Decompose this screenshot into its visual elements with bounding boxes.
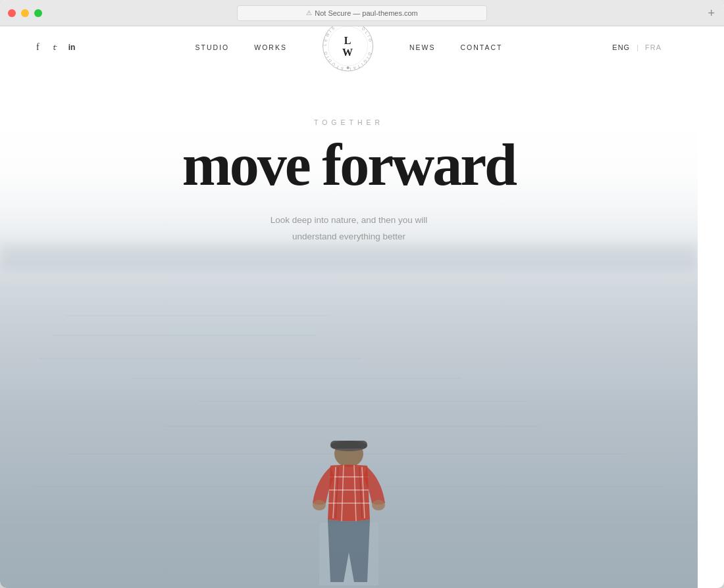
svg-point-21 bbox=[313, 500, 326, 510]
window-buttons bbox=[8, 9, 42, 17]
site-header: f 𝓽 in STUDIO WORKS bbox=[0, 26, 698, 68]
nav-left-items: STUDIO WORKS bbox=[195, 43, 287, 51]
lang-fra[interactable]: FRA bbox=[645, 43, 661, 51]
url-bar[interactable]: ⚠ Not Secure — paul-themes.com bbox=[237, 5, 487, 21]
svg-text:L: L bbox=[344, 35, 352, 46]
logo-svg: LEWIS PORTFOLIO · DIGITAL STUDIO · L W bbox=[321, 26, 375, 73]
minimize-button[interactable] bbox=[21, 9, 29, 17]
person-figure bbox=[283, 401, 415, 588]
close-button[interactable] bbox=[8, 9, 16, 17]
svg-rect-11 bbox=[330, 441, 367, 449]
linkedin-link[interactable]: in bbox=[68, 43, 76, 52]
facebook-icon: f bbox=[36, 42, 39, 52]
facebook-link[interactable]: f bbox=[36, 42, 39, 53]
svg-point-22 bbox=[372, 500, 385, 510]
lang-eng[interactable]: ENG bbox=[612, 43, 630, 51]
nav-works[interactable]: WORKS bbox=[254, 43, 287, 51]
nav-right-items: NEWS CONTACT bbox=[409, 43, 502, 51]
hero-description: Look deep into nature, and then you will… bbox=[0, 212, 698, 245]
nav-contact[interactable]: CONTACT bbox=[460, 43, 502, 51]
twitter-icon: 𝓽 bbox=[53, 42, 55, 52]
linkedin-icon: in bbox=[68, 43, 76, 52]
nav-center: STUDIO WORKS bbox=[195, 26, 503, 76]
lang-separator: | bbox=[636, 43, 638, 51]
svg-point-31 bbox=[347, 66, 349, 69]
nav-news[interactable]: NEWS bbox=[409, 43, 436, 51]
url-text: Not Secure — paul-themes.com bbox=[315, 9, 418, 17]
security-icon: ⚠ bbox=[306, 9, 312, 16]
maximize-button[interactable] bbox=[34, 9, 42, 17]
person-svg bbox=[283, 401, 415, 585]
nav-studio[interactable]: STUDIO bbox=[195, 43, 230, 51]
hero-subtitle: TOGETHER bbox=[0, 118, 698, 126]
svg-text:W: W bbox=[342, 47, 353, 58]
titlebar: ⚠ Not Secure — paul-themes.com + bbox=[0, 0, 724, 26]
site-logo[interactable]: LEWIS PORTFOLIO · DIGITAL STUDIO · L W bbox=[321, 26, 375, 76]
mac-window: ⚠ Not Secure — paul-themes.com + bbox=[0, 0, 724, 588]
site-content: f 𝓽 in STUDIO WORKS bbox=[0, 26, 698, 588]
svg-point-25 bbox=[328, 26, 368, 66]
new-tab-button[interactable]: + bbox=[708, 6, 715, 20]
hero-title: move forward bbox=[0, 137, 698, 193]
twitter-link[interactable]: 𝓽 bbox=[53, 42, 55, 53]
